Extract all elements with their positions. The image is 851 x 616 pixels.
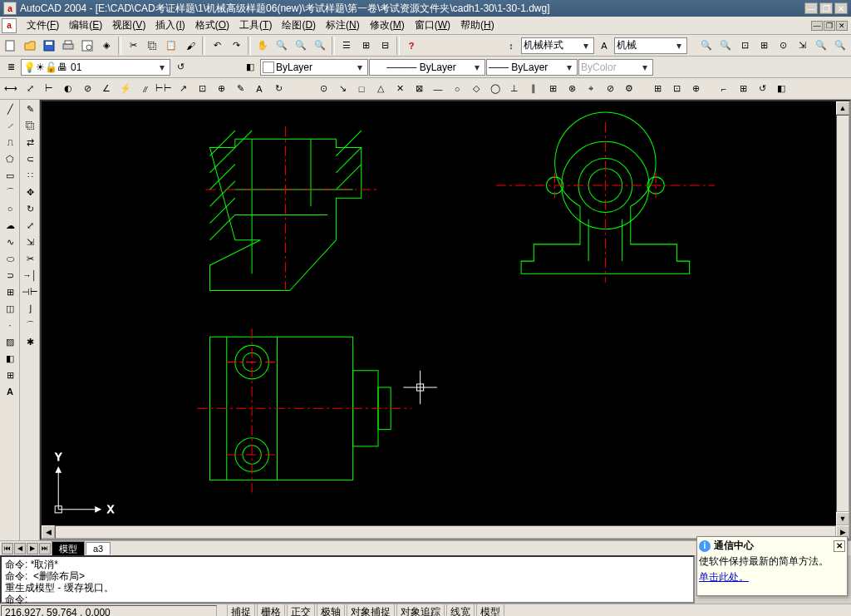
drawing-canvas[interactable]: X Y ▲▼ ◀▶ <box>40 100 851 540</box>
layer-prev-button[interactable]: ↺ <box>171 58 189 76</box>
viewport-button[interactable]: ⊡ <box>667 80 686 98</box>
open-button[interactable] <box>21 37 39 55</box>
cmd-prompt[interactable]: 命令: <box>5 594 690 605</box>
table-button[interactable]: ⊞ <box>1 367 19 383</box>
named-views-button[interactable]: ⊞ <box>648 80 667 98</box>
break-button[interactable]: ⊣⊢ <box>21 283 39 300</box>
ortho-toggle[interactable]: 正交 <box>287 604 315 616</box>
menu-dimension[interactable]: 标注(N) <box>321 17 365 34</box>
tab-model[interactable]: 模型 <box>52 541 85 556</box>
chamfer-button[interactable]: ⌋ <box>21 300 39 317</box>
zoom-obj-button[interactable]: 🔍 <box>812 37 830 55</box>
osnap-nod-button[interactable]: ⊗ <box>563 80 581 98</box>
textstyle-icon[interactable]: A <box>595 37 613 55</box>
tab-prev-button[interactable]: ◀ <box>14 543 26 554</box>
zoom-dyn-button[interactable]: 🔍 <box>831 37 849 55</box>
zoom-realtime-button[interactable]: 🔍 <box>273 37 291 55</box>
dimstyle-icon[interactable]: ↕ <box>502 37 520 55</box>
rotate-button[interactable]: ↻ <box>21 200 39 217</box>
zoom-all-button[interactable]: ⊡ <box>735 37 754 55</box>
maximize-button[interactable]: ❐ <box>819 2 833 14</box>
menu-window[interactable]: 窗口(W) <box>410 17 455 34</box>
tab-next-button[interactable]: ▶ <box>27 543 38 554</box>
otrack-toggle[interactable]: 对象追踪 <box>396 604 445 616</box>
dimstyle-combo[interactable]: 机械样式▾ <box>521 37 594 54</box>
fillet-button[interactable]: ⌒ <box>21 317 39 333</box>
menu-insert[interactable]: 插入(I) <box>150 17 189 34</box>
explode-button[interactable]: ✱ <box>21 333 39 350</box>
offset-button[interactable]: ⊂ <box>21 150 39 167</box>
block-button[interactable]: ◫ <box>1 300 19 317</box>
lwt-toggle[interactable]: 线宽 <box>446 604 475 616</box>
osnap-temp-button[interactable]: ⊙ <box>314 80 332 98</box>
osnap-ins-button[interactable]: ⊞ <box>544 80 562 98</box>
grid-toggle[interactable]: 栅格 <box>257 604 285 616</box>
dim-update-button[interactable]: ↻ <box>269 80 288 98</box>
menu-format[interactable]: 格式(O) <box>190 17 234 34</box>
pan-button[interactable]: ✋ <box>253 37 272 55</box>
cut-button[interactable]: ✂ <box>124 37 142 55</box>
dim-leader-button[interactable]: ↗ <box>174 80 192 98</box>
copy-button[interactable]: ⿻ <box>143 37 161 55</box>
osnap-tan-button[interactable]: ◯ <box>486 80 504 98</box>
stretch-button[interactable]: ⇲ <box>21 234 39 250</box>
menu-file[interactable]: 文件(F) <box>22 17 64 34</box>
mdi-restore-button[interactable]: ❐ <box>824 21 835 31</box>
zoom-in-button[interactable]: 🔍 <box>697 37 716 55</box>
paste-button[interactable]: 📋 <box>162 37 180 55</box>
zoom-center-button[interactable]: ⊙ <box>774 37 792 55</box>
arc-button[interactable]: ⌒ <box>1 184 19 200</box>
point-button[interactable]: · <box>1 317 19 333</box>
comm-center-link[interactable]: 单击此处。 <box>699 570 845 584</box>
textstyle-combo[interactable]: 机械▾ <box>614 37 687 54</box>
dim-tedit-button[interactable]: A <box>250 80 268 98</box>
insert-button[interactable]: ⊞ <box>1 283 19 300</box>
close-button[interactable]: ✕ <box>834 2 848 14</box>
tab-last-button[interactable]: ⏭ <box>39 543 51 554</box>
dim-baseline-button[interactable]: ⫽ <box>135 80 154 98</box>
zoom-window-button[interactable]: 🔍 <box>292 37 310 55</box>
dim-edit-button[interactable]: ✎ <box>231 80 249 98</box>
osnap-nea-button[interactable]: ⌖ <box>582 80 600 98</box>
vertical-scrollbar[interactable]: ▲▼ <box>836 101 849 525</box>
rectangle-button[interactable]: ▭ <box>1 167 19 184</box>
move-button[interactable]: ✥ <box>21 184 39 200</box>
revcloud-button[interactable]: ☁ <box>1 217 19 234</box>
color-button[interactable]: ◧ <box>241 58 259 76</box>
osnap-int-button[interactable]: ✕ <box>391 80 409 98</box>
copy-obj-button[interactable]: ⿻ <box>21 117 39 134</box>
coordinates-readout[interactable]: 216.927, 59.764 , 0.000 <box>1 605 217 617</box>
osnap-from-button[interactable]: ↘ <box>333 80 352 98</box>
layer-manager-button[interactable]: ≣ <box>2 58 20 76</box>
color-combo[interactable]: ByLayer▾ <box>260 59 368 76</box>
mtext-button[interactable]: A <box>1 383 19 400</box>
region-button[interactable]: ◧ <box>1 350 19 367</box>
save-button[interactable] <box>40 37 58 55</box>
ellipsearc-button[interactable]: ⊃ <box>1 267 19 283</box>
zoom-previous-button[interactable]: 🔍 <box>311 37 329 55</box>
xline-button[interactable]: ⟋ <box>1 117 19 134</box>
menu-edit[interactable]: 编辑(E) <box>64 17 107 34</box>
preview-button[interactable] <box>78 37 96 55</box>
ucs-world-button[interactable]: ⊞ <box>734 80 752 98</box>
scale-button[interactable]: ⤢ <box>21 217 39 234</box>
ucs-face-button[interactable]: ◧ <box>772 80 790 98</box>
dim-quick-button[interactable]: ⚡ <box>116 80 135 98</box>
linetype-combo[interactable]: ——— ByLayer▾ <box>369 59 485 76</box>
match-properties-button[interactable]: 🖌 <box>181 37 199 55</box>
plotstyle-combo[interactable]: ByColor▾ <box>578 59 653 76</box>
undo-button[interactable]: ↶ <box>208 37 226 55</box>
command-window[interactable]: 命令: *取消* 命令: <删除布局> 重生成模型 - 缓存视口。 命令: <box>0 555 695 604</box>
menu-help[interactable]: 帮助(H) <box>455 17 499 34</box>
dim-radius-button[interactable]: ◐ <box>59 80 77 98</box>
extend-button[interactable]: →│ <box>21 267 39 283</box>
ucs-prev-button[interactable]: ↺ <box>753 80 771 98</box>
modelspace-toggle[interactable]: 模型 <box>476 604 504 616</box>
osnap-toggle[interactable]: 对象捕捉 <box>347 604 395 616</box>
minimize-button[interactable]: — <box>804 2 818 14</box>
comm-center-close-button[interactable]: ✕ <box>834 540 845 552</box>
zoom-out-button[interactable]: 🔍 <box>716 37 735 55</box>
design-center-button[interactable]: ⊞ <box>357 37 375 55</box>
ellipse-button[interactable]: ⬭ <box>1 250 19 267</box>
trim-button[interactable]: ✂ <box>21 250 39 267</box>
